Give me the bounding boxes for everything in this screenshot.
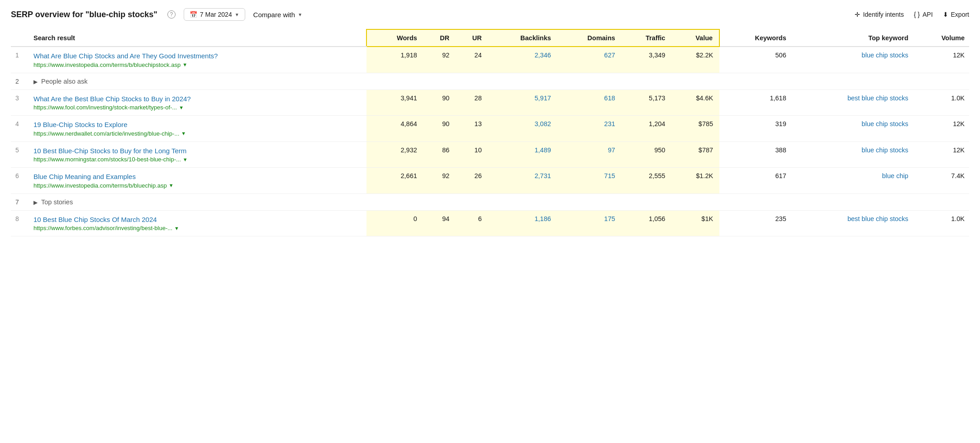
cell-top-keyword[interactable]: blue chip xyxy=(791,168,913,194)
result-cell: What Are Blue Chip Stocks and Are They G… xyxy=(29,47,366,73)
col-header-top-keyword: Top keyword xyxy=(791,29,913,47)
cell-domains: 97 xyxy=(556,141,620,168)
url-chevron-icon: ▼ xyxy=(179,105,184,110)
cell-traffic: 1,056 xyxy=(620,210,670,236)
backlinks-link[interactable]: 2,346 xyxy=(534,52,551,59)
calendar-icon: 📅 xyxy=(190,11,197,18)
backlinks-link[interactable]: 1,489 xyxy=(534,146,551,154)
backlinks-link[interactable]: 2,731 xyxy=(534,172,551,179)
row-num: 5 xyxy=(11,141,29,168)
cell-keywords: 388 xyxy=(719,141,791,168)
expand-arrow-icon: ▶ xyxy=(33,79,38,85)
cell-domains: 618 xyxy=(556,90,620,116)
row-num: 3 xyxy=(11,90,29,116)
result-title[interactable]: Blue Chip Meaning and Examples xyxy=(33,172,362,181)
col-header-dr: DR xyxy=(422,29,454,47)
page-title: SERP overview for "blue-chip stocks" xyxy=(11,10,157,19)
cell-top-keyword[interactable]: best blue chip stocks xyxy=(791,210,913,236)
cell-keywords: 235 xyxy=(719,210,791,236)
url-text: https://www.nerdwallet.com/article/inves… xyxy=(33,130,179,137)
cell-volume: 7.4K xyxy=(913,168,969,194)
result-url[interactable]: https://www.investopedia.com/terms/b/blu… xyxy=(33,182,362,189)
result-url[interactable]: https://www.nerdwallet.com/article/inves… xyxy=(33,130,362,137)
cell-top-keyword[interactable]: blue chip stocks xyxy=(791,47,913,73)
cell-words: 3,941 xyxy=(366,90,422,116)
api-button[interactable]: { } API xyxy=(914,11,933,18)
cell-dr: 92 xyxy=(422,47,454,73)
url-text: https://www.investopedia.com/terms/b/blu… xyxy=(33,61,181,68)
cell-ur: 24 xyxy=(454,47,486,73)
backlinks-link[interactable]: 3,082 xyxy=(534,120,551,127)
results-table-wrapper: Search result Words DR UR Backlinks Doma… xyxy=(11,29,969,236)
row-num: 8 xyxy=(11,210,29,236)
cell-ur: 13 xyxy=(454,116,486,142)
export-button[interactable]: ⬇ Export xyxy=(943,11,969,18)
export-label: Export xyxy=(951,11,969,18)
cell-backlinks: 3,082 xyxy=(486,116,556,142)
cell-backlinks: 1,489 xyxy=(486,141,556,168)
table-row: 7 ▶ Top stories xyxy=(11,193,969,210)
result-url[interactable]: https://www.investopedia.com/terms/b/blu… xyxy=(33,61,362,68)
cell-value: $1.2K xyxy=(670,168,719,194)
domains-link[interactable]: 231 xyxy=(604,120,615,127)
date-picker[interactable]: 📅 7 Mar 2024 ▼ xyxy=(184,8,245,21)
expandable-cell[interactable]: ▶ Top stories xyxy=(29,193,969,210)
backlinks-link[interactable]: 1,186 xyxy=(534,215,551,222)
cell-dr: 90 xyxy=(422,90,454,116)
cell-volume: 12K xyxy=(913,141,969,168)
result-title[interactable]: What Are Blue Chip Stocks and Are They G… xyxy=(33,52,362,61)
cell-dr: 94 xyxy=(422,210,454,236)
table-row: 5 10 Best Blue-Chip Stocks to Buy for th… xyxy=(11,141,969,168)
url-chevron-icon: ▼ xyxy=(181,131,186,136)
cell-value: $4.6K xyxy=(670,90,719,116)
cell-traffic: 5,173 xyxy=(620,90,670,116)
date-label: 7 Mar 2024 xyxy=(200,11,232,18)
compare-chevron-icon: ▼ xyxy=(298,12,302,17)
cell-top-keyword[interactable]: blue chip stocks xyxy=(791,141,913,168)
cell-ur: 28 xyxy=(454,90,486,116)
cell-dr: 90 xyxy=(422,116,454,142)
table-row: 6 Blue Chip Meaning and Examples https:/… xyxy=(11,168,969,194)
result-title[interactable]: 10 Best Blue Chip Stocks Of March 2024 xyxy=(33,215,362,224)
api-label: API xyxy=(923,11,933,18)
col-header-volume: Volume xyxy=(913,29,969,47)
url-chevron-icon: ▼ xyxy=(182,62,187,67)
result-url[interactable]: https://www.fool.com/investing/stock-mar… xyxy=(33,104,362,111)
cell-value: $1K xyxy=(670,210,719,236)
result-title[interactable]: 10 Best Blue-Chip Stocks to Buy for the … xyxy=(33,146,362,156)
export-icon: ⬇ xyxy=(943,11,948,18)
compare-with-label: Compare with xyxy=(253,11,295,19)
domains-link[interactable]: 715 xyxy=(604,172,615,179)
domains-link[interactable]: 97 xyxy=(608,146,615,154)
expandable-label: People also ask xyxy=(41,78,87,85)
cell-keywords: 506 xyxy=(719,47,791,73)
cell-top-keyword[interactable]: best blue chip stocks xyxy=(791,90,913,116)
domains-link[interactable]: 618 xyxy=(604,94,615,102)
results-table: Search result Words DR UR Backlinks Doma… xyxy=(11,29,969,236)
backlinks-link[interactable]: 5,917 xyxy=(534,94,551,102)
domains-link[interactable]: 627 xyxy=(604,52,615,59)
cell-words: 0 xyxy=(366,210,422,236)
url-chevron-icon: ▼ xyxy=(169,183,174,188)
compare-with-button[interactable]: Compare with ▼ xyxy=(253,11,302,19)
cell-backlinks: 5,917 xyxy=(486,90,556,116)
cell-value: $787 xyxy=(670,141,719,168)
expandable-cell[interactable]: ▶ People also ask xyxy=(29,73,969,90)
result-title[interactable]: 19 Blue-Chip Stocks to Explore xyxy=(33,120,362,129)
result-url[interactable]: https://www.morningstar.com/stocks/10-be… xyxy=(33,156,362,163)
row-num: 7 xyxy=(11,193,29,210)
cell-volume: 1.0K xyxy=(913,210,969,236)
result-url[interactable]: https://www.forbes.com/advisor/investing… xyxy=(33,225,362,231)
result-title[interactable]: What Are the Best Blue Chip Stocks to Bu… xyxy=(33,94,362,104)
cell-traffic: 1,204 xyxy=(620,116,670,142)
table-row: 8 10 Best Blue Chip Stocks Of March 2024… xyxy=(11,210,969,236)
cell-ur: 26 xyxy=(454,168,486,194)
cell-keywords: 617 xyxy=(719,168,791,194)
table-row: 3 What Are the Best Blue Chip Stocks to … xyxy=(11,90,969,116)
result-cell: 10 Best Blue-Chip Stocks to Buy for the … xyxy=(29,141,366,168)
identify-intents-button[interactable]: ✛ Identify intents xyxy=(855,11,904,18)
cell-top-keyword[interactable]: blue chip stocks xyxy=(791,116,913,142)
help-icon[interactable]: ? xyxy=(167,10,176,19)
domains-link[interactable]: 175 xyxy=(604,215,615,222)
col-header-ur: UR xyxy=(454,29,486,47)
